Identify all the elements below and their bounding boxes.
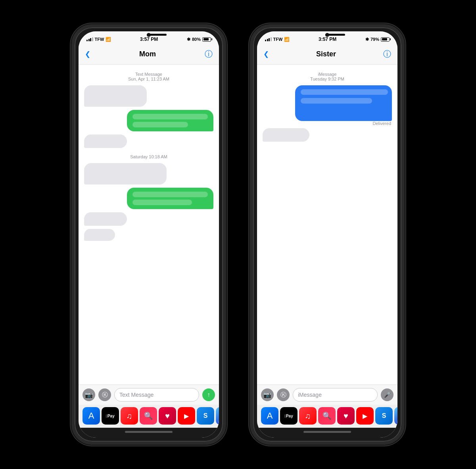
message-bubble [263,128,309,142]
bubble-row [84,212,213,227]
bubble-row [84,110,213,132]
bubble-row [263,128,392,142]
music-icon-2: ♫ [305,411,311,421]
back-button-1[interactable]: ❮ [85,50,90,58]
bluetooth-icon-1: ✱ [187,37,190,42]
dock-shazam-1[interactable]: S [197,407,214,425]
youtube-icon-2: ▶ [363,412,367,420]
dock-search-1[interactable]: 🔍 [140,407,157,425]
message-bubble [84,229,115,241]
dock-youtube-2[interactable]: ▶ [356,407,374,425]
input-placeholder-1: Text Message [119,392,154,398]
youtube-icon: ▶ [184,412,189,420]
battery-pct-2: 79% [370,37,379,42]
send-button-2[interactable]: 🎤 [381,388,393,401]
message-bubble [127,110,213,131]
dock-heart-1[interactable]: ♥ [159,407,176,425]
dock-search-2[interactable]: 🔍 [318,407,336,425]
status-left-1: TFW 📶 [86,37,111,42]
app-dock-1: A Pay ♫ 🔍 ♥ ▶ S ●●● [79,405,219,428]
app-button-2[interactable]: Ⓚ [277,388,290,401]
bubble-row [84,135,213,149]
status-right-2: ✱ 79% [365,37,390,42]
dock-apple-pay-2[interactable]: Pay [280,407,298,425]
time-2: 3:57 PM [319,37,336,42]
status-right-1: ✱ 80% [187,37,211,42]
messages-area-1: Text MessageSun, Apr 1, 11:23 AM Saturd [79,65,219,384]
nav-bar-2: ❮ Sister ⓘ [257,46,397,65]
nav-title-2: Sister [316,50,336,58]
carrier-1: TFW [95,37,104,42]
app-store-icon: A [88,411,94,421]
send-button-1[interactable]: ↑ [202,388,215,401]
wifi-icon-2: 📶 [284,37,290,42]
message-bubble [127,188,213,209]
app-button-1[interactable]: Ⓚ [98,388,111,401]
bluetooth-icon-2: ✱ [365,37,369,42]
bubble-row [84,163,213,185]
delivered-label: Delivered [373,121,391,126]
search-icon: 🔍 [144,411,153,420]
status-left-2: TFW 📶 [265,37,290,42]
messages-area-2: iMessageTuesday 9:32 PM Delivered [257,65,397,384]
screen-1: TFW 📶 3:57 PM ✱ 80% ❮ Mom ⓘ [79,31,219,438]
music-icon: ♫ [127,411,132,421]
chevron-left-icon-2: ❮ [263,50,269,58]
app-store-icon-2: A [267,411,273,421]
dock-app-store-1[interactable]: A [83,407,100,425]
dock-music-2[interactable]: ♫ [299,407,317,425]
screen-2: TFW 📶 3:57 PM ✱ 79% ❮ Sister ⓘ [257,31,397,438]
battery-2 [381,37,390,42]
camera-button-1[interactable]: 📷 [83,388,95,401]
dock-more-1[interactable]: ●●● [216,407,219,425]
message-bubble [295,85,392,121]
timestamp-3: iMessageTuesday 9:32 PM [263,72,392,81]
dock-more-2[interactable]: ●●● [394,407,397,425]
heart-icon-2: ♥ [344,411,348,421]
nav-title-1: Mom [139,50,156,58]
back-button-2[interactable]: ❮ [263,50,269,58]
camera-button-2[interactable]: 📷 [261,388,274,401]
timestamp-2: Saturday 10:18 AM [84,154,213,159]
dock-heart-2[interactable]: ♥ [337,407,355,425]
home-bar-1 [125,431,173,433]
info-button-1[interactable]: ⓘ [205,49,213,60]
dock-app-store-2[interactable]: A [261,407,278,425]
bubble-row [84,85,213,108]
apple-pay-icon-2: Pay [284,414,293,418]
timestamp-1: Text MessageSun, Apr 1, 11:23 AM [84,72,213,81]
phone-2: TFW 📶 3:57 PM ✱ 79% ❮ Sister ⓘ [250,24,405,445]
search-icon-2: 🔍 [322,411,331,420]
nav-bar-1: ❮ Mom ⓘ [79,46,219,65]
dock-apple-pay-1[interactable]: Pay [102,407,119,425]
info-button-2[interactable]: ⓘ [383,49,391,60]
message-bubble [84,85,147,107]
input-placeholder-2: iMessage [298,392,322,398]
send-arrow-icon-1: ↑ [207,392,210,398]
home-bar-2 [303,431,351,433]
bubble-row [84,229,213,242]
message-bubble [84,135,127,148]
bubble-row [84,188,213,210]
dock-shazam-2[interactable]: S [375,407,393,425]
input-bar-2: 📷 Ⓚ iMessage 🎤 [257,384,397,405]
battery-pct-1: 80% [192,37,201,42]
message-bubble [84,163,167,185]
dock-youtube-1[interactable]: ▶ [178,407,195,425]
shazam-icon-2: S [382,412,386,419]
dock-music-1[interactable]: ♫ [121,407,138,425]
message-input-2[interactable]: iMessage [293,388,378,402]
home-indicator-1 [79,428,219,438]
bubble-row: Delivered [263,85,392,126]
battery-1 [202,37,211,42]
wifi-icon-1: 📶 [106,37,111,42]
app-dock-2: A Pay ♫ 🔍 ♥ ▶ S ●●● [257,405,397,428]
home-indicator-2 [257,428,397,438]
heart-icon: ♥ [165,411,170,421]
time-1: 3:57 PM [140,37,158,42]
mic-icon: 🎤 [384,392,391,398]
chevron-left-icon-1: ❮ [85,50,90,58]
signal-bars-2 [265,37,272,41]
phone-1: TFW 📶 3:57 PM ✱ 80% ❮ Mom ⓘ [71,24,226,445]
message-input-1[interactable]: Text Message [114,388,199,402]
